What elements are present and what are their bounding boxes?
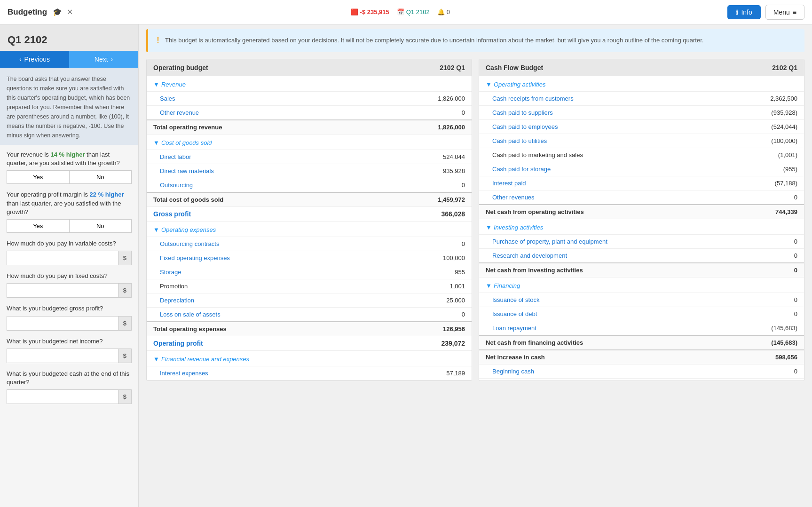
close-icon[interactable]: ✕ <box>67 8 73 16</box>
q5-label: What is your budgeted gross profit? <box>7 304 132 313</box>
main-content: ! This budget is automatically generated… <box>139 24 812 507</box>
bold-blue-label: Gross profit <box>147 207 371 222</box>
row-value: 524,044 <box>371 150 472 164</box>
question-5: What is your budgeted gross profit? $ <box>7 304 132 330</box>
sidebar: Q1 2102 ‹ Previous Next › The board asks… <box>0 24 139 507</box>
q7-input[interactable] <box>7 390 118 404</box>
deficit-badge: 🟥 -$ 235,915 <box>351 8 389 16</box>
row-value: 0 <box>729 249 804 263</box>
bell-icon: 🔔 <box>437 8 445 16</box>
row-value: 955 <box>371 265 472 279</box>
question-2: Your operating profit margin is 22 % hig… <box>7 190 132 233</box>
sidebar-quarter-title: Q1 2102 <box>8 34 131 46</box>
section-header-cell: ▼Cost of goods sold <box>147 135 472 150</box>
q5-input[interactable] <box>7 317 118 330</box>
row-label: Outsourcing contracts <box>147 237 371 251</box>
q5-input-row: $ <box>7 316 132 331</box>
center-info: 🟥 -$ 235,915 📅 Q1 2102 🔔 0 <box>351 8 450 16</box>
row-value: 57,189 <box>371 366 472 380</box>
info-button[interactable]: ℹ Info <box>727 5 760 19</box>
section-label: Revenue <box>161 81 186 88</box>
cf-budget-quarter: 2102 Q1 <box>729 59 804 76</box>
info-icon: ℹ <box>736 8 738 16</box>
q7-input-row: $ <box>7 389 132 404</box>
row-label: Direct raw materials <box>147 164 371 178</box>
deficit-icon: 🟥 <box>351 8 358 16</box>
q7-label: What is your budgeted cash at the end of… <box>7 370 132 387</box>
arrow-icon: ▼ <box>153 139 159 146</box>
section-header-cell: ▼Revenue <box>147 76 472 92</box>
row-label: Other revenues <box>479 190 729 205</box>
row-label: Storage <box>147 265 371 279</box>
sidebar-navigation: ‹ Previous Next › <box>0 51 138 68</box>
cf-budget-title: Cash Flow Budget <box>479 59 729 76</box>
q4-label: How much do you pay in fixed costs? <box>7 272 132 280</box>
row-label: Interest expenses <box>147 366 371 380</box>
row-value: 0 <box>371 178 472 193</box>
row-label: Direct labor <box>147 150 371 164</box>
chevron-right-icon: › <box>111 55 113 63</box>
bold-blue-value: 366,028 <box>371 207 472 222</box>
q7-dollar-sign: $ <box>118 390 131 404</box>
q6-dollar-sign: $ <box>118 349 131 363</box>
arrow-icon: ▼ <box>153 81 159 88</box>
row-value: (100,000) <box>729 134 804 148</box>
row-value: 0 <box>729 293 804 307</box>
sidebar-description: The board asks that you answer these que… <box>0 68 138 145</box>
section-label: Investing activities <box>494 224 544 231</box>
section-label: Financial revenue and expenses <box>161 356 249 363</box>
q3-input[interactable] <box>7 251 118 265</box>
q2-no-button[interactable]: No <box>69 219 132 233</box>
section-header-cell: ▼Investing activities <box>479 219 804 235</box>
row-value: 0 <box>729 307 804 321</box>
q6-input[interactable] <box>7 349 118 363</box>
q3-label: How much do you pay in variable costs? <box>7 239 132 248</box>
total-value: 744,339 <box>729 205 804 219</box>
q5-dollar-sign: $ <box>118 317 131 330</box>
row-value: (1,001) <box>729 148 804 162</box>
total-value: 126,956 <box>371 322 472 336</box>
notification-badge: 🔔 0 <box>437 8 450 16</box>
bold-blue-label: Operating profit <box>147 336 371 351</box>
row-label: Interest paid <box>479 176 729 190</box>
next-button[interactable]: Next › <box>69 51 138 68</box>
row-value: 0 <box>371 308 472 322</box>
section-label: Financing <box>494 282 520 289</box>
q2-yes-no: Yes No <box>7 219 132 233</box>
section-label: Operating activities <box>494 81 546 88</box>
q6-label: What is your budgeted net income? <box>7 337 132 346</box>
total-value: 1,459,972 <box>371 192 472 207</box>
q2-yes-button[interactable]: Yes <box>7 219 69 233</box>
total-label: Net cash from operating activities <box>479 205 729 219</box>
total-value: 0 <box>729 263 804 277</box>
row-label: Cash paid to employees <box>479 120 729 134</box>
total-value: 1,826,000 <box>371 120 472 135</box>
bold-blue-value: 239,072 <box>371 336 472 351</box>
menu-button[interactable]: Menu ≡ <box>765 5 804 20</box>
row-label: Research and development <box>479 249 729 263</box>
section-label: Cost of goods sold <box>161 139 212 146</box>
q1-no-button[interactable]: No <box>69 170 132 184</box>
row-label: Cash paid to suppliers <box>479 106 729 120</box>
row-value: (524,044) <box>729 120 804 134</box>
row-value: (57,188) <box>729 176 804 190</box>
row-label: Sales <box>147 92 371 106</box>
section-label: Operating expenses <box>161 226 216 233</box>
row-value: (955) <box>729 162 804 176</box>
row-value: 1,826,000 <box>371 92 472 106</box>
total-label: Total operating expenses <box>147 322 371 336</box>
chevron-left-icon: ‹ <box>19 55 22 63</box>
row-label: Purchase of property, plant and equipmen… <box>479 235 729 249</box>
q1-label: Your revenue is 14 % higher than last qu… <box>7 151 132 167</box>
q1-yes-button[interactable]: Yes <box>7 170 69 184</box>
q6-input-row: $ <box>7 349 132 363</box>
q4-dollar-sign: $ <box>118 284 131 297</box>
row-label: Cash paid for storage <box>479 162 729 176</box>
menu-lines-icon: ≡ <box>793 8 796 16</box>
q4-input[interactable] <box>7 284 118 297</box>
arrow-icon: ▼ <box>486 282 492 289</box>
graduation-icon[interactable]: 🎓 <box>53 8 62 16</box>
section-header-cell: ▼Financial revenue and expenses <box>147 351 472 366</box>
previous-button[interactable]: ‹ Previous <box>0 51 69 68</box>
op-budget-quarter: 2102 Q1 <box>371 59 472 76</box>
